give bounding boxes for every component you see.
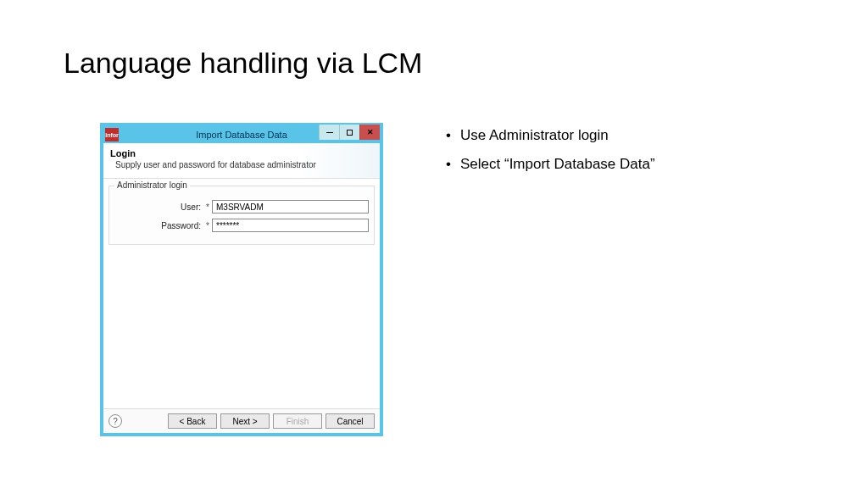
slide-title: Language handling via LCM [64, 47, 422, 80]
password-label: Password: [114, 221, 206, 230]
list-item: Use Administrator login [443, 127, 655, 144]
maximize-button[interactable] [339, 125, 359, 140]
finish-button: Finish [273, 413, 322, 429]
user-input[interactable] [212, 200, 369, 214]
user-label: User: [114, 202, 206, 212]
cancel-button[interactable]: Cancel [326, 413, 375, 429]
minimize-button[interactable] [319, 125, 339, 140]
back-button[interactable]: < Back [168, 413, 217, 429]
dialog-header-title: Login [110, 148, 373, 158]
fieldset-legend: Administrator login [114, 180, 190, 190]
required-star-icon: * [206, 202, 212, 212]
password-input[interactable] [212, 219, 369, 232]
list-item: Select “Import Database Data” [443, 156, 655, 173]
dialog-window: infor Import Database Data ✕ Login Suppl… [100, 123, 383, 436]
admin-login-fieldset: Administrator login User: * Password: * [108, 186, 375, 245]
next-button[interactable]: Next > [220, 413, 270, 429]
close-button[interactable]: ✕ [359, 125, 380, 140]
minimize-icon [326, 132, 333, 133]
window-controls: ✕ [319, 125, 380, 140]
app-icon: infor [105, 128, 119, 141]
dialog-body: Administrator login User: * Password: * [103, 179, 380, 408]
dialog-header-subtitle: Supply user and password for database ad… [115, 160, 373, 169]
required-star-icon: * [206, 221, 212, 230]
help-icon[interactable]: ? [108, 414, 122, 428]
window-title: Import Database Data [196, 130, 287, 140]
dialog-footer: ? < Back Next > Finish Cancel [103, 408, 380, 433]
titlebar[interactable]: infor Import Database Data ✕ [103, 126, 380, 143]
user-row: User: * [114, 200, 369, 214]
password-row: Password: * [114, 219, 369, 232]
close-icon: ✕ [367, 128, 374, 136]
maximize-icon [347, 130, 353, 136]
instruction-list: Use Administrator login Select “Import D… [443, 127, 655, 185]
dialog-header: Login Supply user and password for datab… [103, 143, 380, 179]
